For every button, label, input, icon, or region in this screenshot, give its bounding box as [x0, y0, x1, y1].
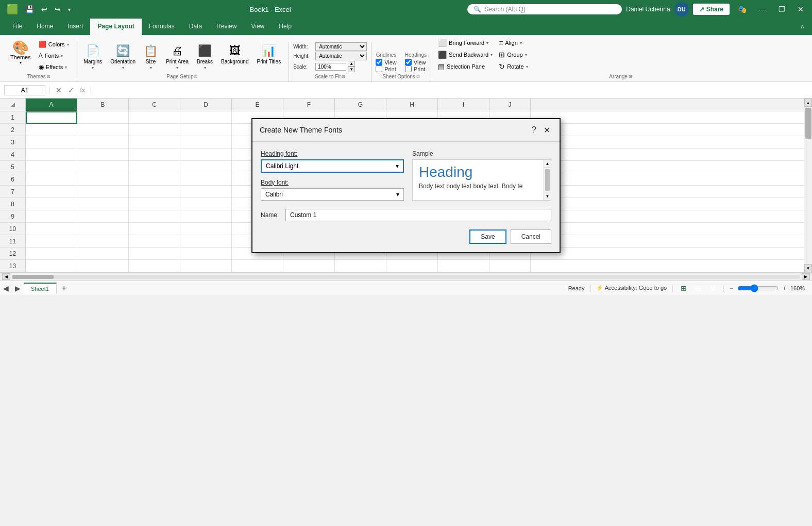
orientation-button[interactable]: 🔄 Orientation ▾	[107, 42, 139, 72]
ribbon-group-arrange: ⬜ Bring Forward ▾ ⬛ Send Backward ▾ ▤ Se…	[431, 37, 810, 81]
tab-formulas[interactable]: Formulas	[142, 19, 182, 35]
normal-view-button[interactable]: ⊞	[679, 283, 689, 293]
gridlines-header: Gridlines	[376, 52, 397, 58]
bring-forward-button[interactable]: ⬜ Bring Forward ▾	[435, 37, 495, 48]
arrange-expand[interactable]: ⊡	[629, 74, 632, 79]
effects-button[interactable]: ◉ Effects ▾	[36, 62, 72, 72]
breaks-button[interactable]: ⬛ Breaks ▾	[193, 42, 216, 72]
ribbon-group-sheet-options: Gridlines View Print Headings	[371, 52, 431, 81]
tab-page-layout[interactable]: Page Layout	[90, 19, 141, 35]
heading-font-select[interactable]: Calibri Light ▾	[261, 159, 404, 173]
save-button[interactable]: Save	[469, 229, 506, 244]
scale-to-fit-expand[interactable]: ⊡	[342, 74, 345, 79]
headings-view-checkbox[interactable]	[405, 59, 412, 65]
share-button[interactable]: ↗ Share	[693, 4, 730, 15]
gridlines-view-checkbox[interactable]	[376, 59, 382, 65]
dialog-help-button[interactable]: ?	[530, 124, 538, 136]
background-icon: 🖼	[229, 44, 241, 58]
themes-button[interactable]: 🎨 Themes ▾	[6, 39, 35, 67]
gridlines-view-row: View	[376, 59, 397, 65]
background-label: Background	[221, 59, 248, 64]
rotate-button[interactable]: ↻ Rotate ▾	[496, 61, 530, 72]
close-button[interactable]: ✕	[793, 3, 808, 15]
colors-button[interactable]: 🟥 Colors ▾	[36, 39, 72, 50]
formula-input[interactable]	[95, 86, 808, 95]
tab-help[interactable]: Help	[272, 19, 299, 35]
sample-scrollbar[interactable]: ▲ ▼	[544, 160, 551, 200]
height-select[interactable]: Automatic 1 page	[315, 52, 367, 60]
group-dropdown-arrow: ▾	[525, 53, 527, 57]
redo-button[interactable]: ↪	[52, 4, 63, 14]
excel-icon[interactable]: 🟩	[4, 3, 21, 16]
headings-header: Headings	[405, 52, 427, 58]
gridlines-print-checkbox[interactable]	[376, 65, 382, 72]
undo-button[interactable]: ↩	[39, 4, 50, 14]
minimize-button[interactable]: —	[755, 3, 770, 15]
tab-home[interactable]: Home	[29, 19, 60, 35]
scroll-right-button[interactable]: ▶	[802, 273, 810, 280]
rotate-dropdown-arrow: ▾	[526, 64, 528, 69]
arrange-buttons-left: ⬜ Bring Forward ▾ ⬛ Send Backward ▾ ▤ Se…	[435, 37, 495, 72]
zoom-slider[interactable]	[737, 284, 779, 292]
cancel-formula-button[interactable]: ✕	[54, 85, 64, 95]
search-bar[interactable]: 🔍 Search (Alt+Q)	[467, 4, 622, 14]
scroll-sheet-tabs-left[interactable]: ◀	[0, 284, 12, 292]
collapse-ribbon-button[interactable]: ∧	[793, 19, 812, 35]
save-button[interactable]: 💾	[23, 4, 37, 14]
themes-sub-buttons: 🟥 Colors ▾ A Fonts ▾ ◉ Effects ▾	[36, 39, 72, 72]
cancel-button[interactable]: Cancel	[511, 229, 551, 244]
h-scroll-track[interactable]	[12, 275, 800, 279]
print-area-button[interactable]: 🖨 Print Area ▾	[162, 42, 192, 72]
size-button[interactable]: 📋 Size ▾	[140, 42, 161, 72]
tab-view[interactable]: View	[244, 19, 272, 35]
themes-label: Themes	[10, 54, 31, 60]
h-scroll-thumb[interactable]	[12, 275, 54, 279]
restore-button[interactable]: ❐	[774, 3, 789, 15]
name-box[interactable]	[4, 85, 45, 95]
body-font-select[interactable]: Calibri ▾	[261, 188, 404, 201]
search-icon: 🔍	[473, 6, 481, 13]
formula-bar-separator: │	[47, 87, 52, 94]
print-titles-button[interactable]: 📊 Print Titles	[253, 42, 284, 67]
selection-pane-button[interactable]: ▤ Selection Pane	[435, 61, 495, 72]
align-button[interactable]: ≡ Align ▾	[496, 37, 530, 48]
page-setup-group-expand[interactable]: ⊡	[194, 74, 198, 79]
customize-qat-button[interactable]: ▾	[65, 6, 73, 13]
page-setup-group-label: Page Setup ⊡	[80, 72, 285, 81]
tab-file[interactable]: File	[5, 19, 29, 35]
scale-decrement-button[interactable]: ▼	[348, 67, 355, 72]
sample-scroll-up[interactable]: ▲	[544, 160, 551, 168]
scale-input[interactable]	[315, 63, 346, 71]
group-button[interactable]: ⊞ Group ▾	[496, 49, 530, 60]
sheet-tabs-area: ◀ ▶ Sheet1 +	[0, 281, 71, 295]
tab-data[interactable]: Data	[182, 19, 209, 35]
sample-scroll-down[interactable]: ▼	[544, 192, 551, 200]
themes-group-expand[interactable]: ⊡	[47, 74, 50, 79]
print-area-dropdown-arrow: ▾	[176, 65, 178, 70]
colors-dropdown-arrow: ▾	[67, 42, 69, 47]
confirm-formula-button[interactable]: ✓	[66, 85, 76, 95]
headings-print-checkbox[interactable]	[405, 65, 412, 72]
dialog-close-button[interactable]: ✕	[542, 124, 552, 136]
search-placeholder: Search (Alt+Q)	[484, 6, 526, 13]
sheet-tab-sheet1[interactable]: Sheet1	[24, 283, 57, 294]
dialog-title-bar: Create New Theme Fonts ? ✕	[252, 119, 560, 142]
sample-scroll-thumb[interactable]	[545, 169, 550, 191]
page-layout-view-button[interactable]: ⊟	[693, 283, 703, 293]
add-sheet-button[interactable]: +	[57, 284, 71, 293]
send-backward-button[interactable]: ⬛ Send Backward ▾	[435, 49, 495, 60]
width-select[interactable]: Automatic 1 page 2 pages	[315, 42, 367, 51]
scale-increment-button[interactable]: ▲	[348, 61, 355, 67]
sheet-options-expand[interactable]: ⊡	[416, 74, 420, 79]
page-break-view-button[interactable]: ⊠	[707, 283, 718, 293]
page-setup-group-content: 📄 Margins ▾ 🔄 Orientation ▾ 📋 Size ▾ 🖨 P…	[80, 42, 285, 72]
name-input[interactable]	[285, 209, 551, 221]
fonts-button[interactable]: A Fonts ▾	[36, 51, 72, 61]
tab-insert[interactable]: Insert	[60, 19, 90, 35]
tab-review[interactable]: Review	[209, 19, 244, 35]
margins-button[interactable]: 📄 Margins ▾	[80, 42, 106, 72]
scroll-sheet-tabs-right[interactable]: ▶	[12, 284, 24, 292]
ribbon-toggle-button[interactable]: 🎭	[734, 3, 751, 15]
scroll-left-button[interactable]: ◀	[2, 273, 10, 280]
background-button[interactable]: 🖼 Background	[217, 42, 252, 67]
